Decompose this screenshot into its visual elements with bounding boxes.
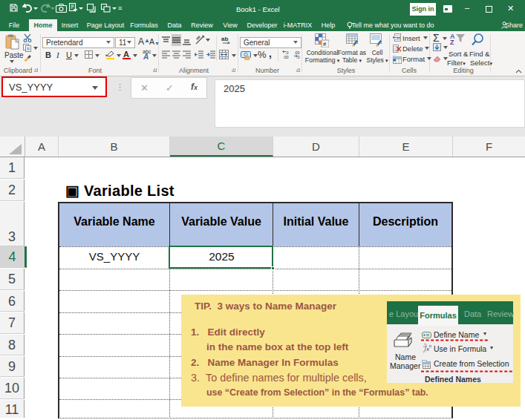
svg-text:■■: ■■ bbox=[397, 36, 400, 39]
svg-text:≠: ≠ bbox=[323, 41, 327, 47]
svg-text:.00: .00 bbox=[283, 55, 289, 59]
svg-text:::::: :::: bbox=[393, 55, 396, 57]
svg-text:ab: ab bbox=[221, 36, 228, 42]
